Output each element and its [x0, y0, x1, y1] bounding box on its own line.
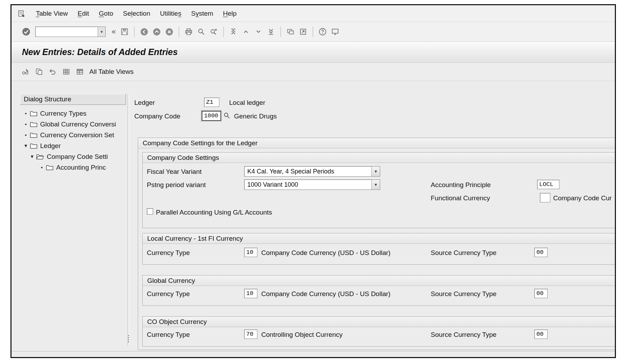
back-icon[interactable]: [138, 25, 150, 38]
tree-item-label: Currency Types: [40, 110, 86, 117]
command-dropdown-icon[interactable]: ▼: [98, 27, 105, 37]
save-icon[interactable]: [118, 25, 131, 38]
exit-icon[interactable]: [150, 25, 163, 38]
co-source-currency-type-label: Source Currency Type: [431, 331, 497, 339]
undo-icon[interactable]: [47, 66, 58, 77]
tree-bullet-icon: •: [23, 132, 29, 138]
tree-expanded-icon: ▼: [29, 154, 35, 159]
system-menu-icon[interactable]: [17, 9, 25, 18]
last-page-icon[interactable]: [265, 25, 277, 38]
command-input[interactable]: [36, 27, 98, 37]
tree-item-currency-types[interactable]: • Currency Types: [20, 108, 126, 119]
tree-item-label: Global Currency Conversi: [40, 121, 116, 128]
tree-item-ledger[interactable]: ▼ Ledger: [20, 140, 126, 151]
menu-item-system[interactable]: System: [186, 8, 218, 19]
menu-item-selection[interactable]: Selection: [118, 8, 155, 19]
content-area: Dialog Structure • Currency Types • Glob…: [12, 81, 615, 351]
ledger-label: Ledger: [134, 99, 155, 107]
select-all-icon[interactable]: [61, 66, 72, 77]
fiscal-year-variant-select[interactable]: K4 Cal. Year, 4 Special Periods ▼: [244, 166, 380, 177]
local-source-currency-type-field[interactable]: 00: [534, 248, 548, 257]
print-icon[interactable]: [182, 25, 195, 38]
global-source-currency-type-label: Source Currency Type: [431, 290, 497, 298]
toolbar-separator: [312, 26, 313, 37]
page-title: New Entries: Details of Added Entries: [22, 47, 178, 57]
scanned-page: Table View Edit Goto Selection Utilities…: [0, 0, 618, 364]
find-icon[interactable]: [195, 25, 208, 38]
folder-closed-icon: [30, 132, 37, 138]
folder-open-icon: [36, 154, 44, 160]
tree-item-company-code-settings[interactable]: ▼ Company Code Setti: [20, 151, 126, 162]
menu-item-utilities[interactable]: Utilities: [155, 8, 186, 19]
parallel-accounting-label: Parallel Accounting Using G/L Accounts: [156, 209, 272, 216]
company-code-label: Company Code: [134, 113, 180, 120]
local-source-currency-type-label: Source Currency Type: [431, 249, 497, 257]
local-currency-type-field[interactable]: 10: [244, 248, 257, 257]
group-title: Company Code Settings: [143, 153, 615, 163]
menu-item-goto[interactable]: Goto: [94, 8, 118, 19]
toolbar-separator: [134, 26, 135, 37]
menu-item-edit[interactable]: Edit: [73, 8, 94, 19]
panel-splitter[interactable]: [127, 94, 130, 346]
standard-toolbar: ▼ «: [12, 22, 615, 42]
application-toolbar: All Table Views: [12, 63, 615, 81]
customize-local-layout-icon[interactable]: [329, 25, 341, 38]
group-title: CO Object Currency: [143, 317, 615, 327]
parallel-accounting-checkbox[interactable]: [147, 208, 153, 215]
cancel-icon[interactable]: [163, 25, 175, 38]
tree-bullet-icon: •: [23, 121, 29, 127]
dialog-structure-panel: Dialog Structure • Currency Types • Glob…: [20, 94, 126, 173]
tree-item-label: Currency Conversion Set: [40, 131, 114, 139]
company-code-description: Generic Drugs: [234, 113, 277, 120]
tree-item-label: Company Code Setti: [47, 153, 108, 161]
search-help-icon[interactable]: [222, 111, 231, 120]
dropdown-arrow-icon: ▼: [371, 166, 380, 176]
toolbar-separator: [179, 26, 179, 37]
group-company-code-settings: Company Code Settings: [142, 152, 615, 228]
company-code-field[interactable]: 1000: [202, 111, 221, 121]
global-currency-type-field[interactable]: 10: [244, 289, 257, 298]
menu-item-help[interactable]: Help: [218, 8, 241, 19]
table-views-icon[interactable]: [74, 66, 85, 77]
posting-period-variant-select[interactable]: 1000 Variant 1000 ▼: [244, 179, 380, 190]
copy-entries-icon[interactable]: [33, 66, 45, 77]
command-field: ▼: [35, 26, 106, 37]
group-title: Company Code Settings for the Ledger: [138, 138, 615, 148]
status-strip: [12, 351, 615, 357]
tree-item-label: Accounting Princ: [56, 164, 106, 171]
create-shortcut-icon[interactable]: [297, 25, 309, 38]
first-page-icon[interactable]: [227, 25, 240, 38]
accounting-principle-field[interactable]: LOCL: [537, 180, 559, 189]
collapse-command-icon[interactable]: «: [109, 25, 118, 38]
posting-period-variant-label: Pstng period variant: [147, 181, 206, 189]
page-up-icon[interactable]: [240, 25, 252, 38]
display-change-icon[interactable]: [20, 66, 31, 77]
find-next-icon[interactable]: [208, 25, 220, 38]
menu-item-table-view[interactable]: Table View: [31, 8, 73, 19]
tree-item-currency-conversion-settings[interactable]: • Currency Conversion Set: [20, 130, 126, 140]
functional-currency-field[interactable]: [540, 193, 550, 202]
global-currency-type-label: Currency Type: [147, 290, 190, 298]
help-icon[interactable]: [316, 25, 329, 38]
fiscal-year-variant-label: Fiscal Year Variant: [147, 168, 202, 176]
ledger-field[interactable]: Z1: [204, 98, 219, 107]
enter-icon[interactable]: [20, 25, 32, 38]
global-source-currency-type-field[interactable]: 00: [534, 289, 548, 298]
all-table-views-button[interactable]: All Table Views: [89, 68, 134, 76]
tree-item-accounting-principles[interactable]: • Accounting Princ: [20, 162, 126, 173]
toolbar-separator: [223, 26, 224, 37]
tree-item-global-currency-conversion[interactable]: • Global Currency Conversi: [20, 119, 126, 130]
page-down-icon[interactable]: [252, 25, 265, 38]
posting-period-variant-value: 1000 Variant 1000: [244, 181, 371, 188]
dialog-structure-header: Dialog Structure: [20, 94, 126, 105]
co-source-currency-type-field[interactable]: 00: [534, 330, 548, 339]
group-title: Global Currency: [143, 276, 615, 286]
folder-closed-icon: [30, 143, 37, 149]
functional-currency-label: Functional Currency: [431, 194, 490, 202]
title-bar: New Entries: Details of Added Entries: [12, 42, 615, 63]
folder-closed-icon: [46, 164, 53, 170]
co-currency-type-field[interactable]: 70: [244, 330, 257, 339]
ledger-description: Local ledger: [229, 99, 265, 107]
new-session-icon[interactable]: [284, 25, 297, 38]
group-title: Local Currency - 1st FI Currency: [143, 233, 615, 244]
